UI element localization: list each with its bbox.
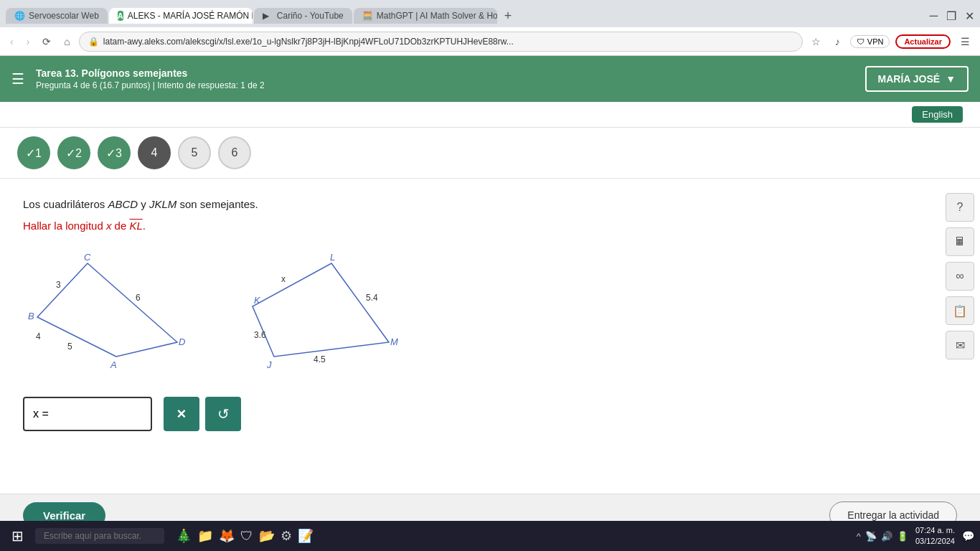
tab-aleks[interactable]: A ALEKS - MARÍA JOSÉ RAMÓN M... ✕ xyxy=(109,8,253,24)
main-content: ? 🖩 ∞ 📋 ✉ Los cuadriláteros ABCD y JKLM … xyxy=(0,179,980,494)
label-K: K xyxy=(254,295,261,306)
taskbar-icon-2[interactable]: 📁 xyxy=(197,528,213,544)
taskbar-time: 07:24 a. m. xyxy=(915,525,955,536)
side-CD: 6 xyxy=(136,293,141,303)
hamburger-icon[interactable]: ☰ xyxy=(11,70,24,88)
question-button-5[interactable]: 5 xyxy=(178,136,211,169)
tab-servoescolar[interactable]: 🌐 Servoescolar Web xyxy=(6,8,108,24)
label-M: M xyxy=(390,336,398,347)
taskbar-icon-7[interactable]: 📝 xyxy=(298,528,314,544)
checkmark-1: ✓1 xyxy=(26,146,42,160)
taskbar-battery: 🔋 xyxy=(897,531,908,542)
question-button-4[interactable]: 4 xyxy=(138,136,171,169)
label-4: 4 xyxy=(151,146,158,159)
svg-abcd: C B A D 3 6 5 4 xyxy=(23,249,195,371)
question-button-2[interactable]: ✓2 xyxy=(57,136,90,169)
calculator-button[interactable]: 🖩 xyxy=(946,227,974,256)
side-LM: 5.4 xyxy=(366,293,378,303)
reset-button[interactable]: ↺ xyxy=(205,397,241,431)
tab-favicon-aleks: A xyxy=(118,11,123,21)
taskbar-icon-6[interactable]: ⚙ xyxy=(281,528,292,544)
tab-favicon-servoescolar: 🌐 xyxy=(14,11,24,21)
taskbar-icon-5[interactable]: 📂 xyxy=(259,528,275,544)
taskbar-network: 📡 xyxy=(865,531,877,542)
taskbar: ⊞ 🎄 📁 🦊 🛡 📂 ⚙ 📝 ^ 📡 🔊 🔋 07:24 a. m. 03/1… xyxy=(0,521,980,551)
label-A: A xyxy=(110,359,117,370)
taskbar-date: 03/12/2024 xyxy=(915,536,955,547)
user-menu-button[interactable]: MARÍA JOSÉ ▼ xyxy=(865,66,969,92)
quad1-name: ABCD xyxy=(108,198,138,210)
nav-right: ☆ ♪ 🛡 VPN Actualizar ☰ xyxy=(807,33,974,50)
clear-button[interactable]: × xyxy=(164,397,199,431)
tab-label-youtube: Cariño - YouTube xyxy=(277,11,344,21)
update-button[interactable]: Actualizar xyxy=(895,34,951,49)
side-AB: 5 xyxy=(67,342,72,352)
diagram-jklm: K L J M x 5.4 4.5 3.6 xyxy=(238,249,418,374)
home-button[interactable]: ⌂ xyxy=(60,33,74,50)
checkmark-3: ✓3 xyxy=(106,146,122,160)
tab-youtube[interactable]: ▶ Cariño - YouTube xyxy=(254,8,352,24)
menu-button[interactable]: ☰ xyxy=(956,33,974,50)
bookmark-button[interactable]: ☆ xyxy=(807,33,825,50)
question-nav: ✓1 ✓2 ✓3 4 5 6 xyxy=(0,128,980,179)
x-input[interactable] xyxy=(55,408,141,420)
vpn-label: VPN xyxy=(867,37,884,46)
answer-area: x = × ↺ xyxy=(23,388,957,440)
header-info: Tarea 13. Polígonos semejantes Pregunta … xyxy=(36,67,865,90)
tab-favicon-youtube: ▶ xyxy=(263,11,273,21)
forward-button[interactable]: › xyxy=(22,33,34,50)
address-bar[interactable]: 🔒 latam-awy.aleks.com/alekscgi/x/lsl.exe… xyxy=(79,32,803,52)
x-input-container: x = xyxy=(23,397,152,431)
taskbar-icon-1[interactable]: 🎄 xyxy=(176,528,192,544)
question-button-3[interactable]: ✓3 xyxy=(98,136,131,169)
side-BC: 3 xyxy=(56,280,61,290)
label-6: 6 xyxy=(232,146,238,159)
mail-button[interactable]: ✉ xyxy=(946,331,974,359)
taskbar-icon-3[interactable]: 🦊 xyxy=(219,528,235,544)
side-DA: 4 xyxy=(36,331,41,342)
restore-button[interactable]: ❐ xyxy=(946,9,956,23)
question-button-6[interactable]: 6 xyxy=(218,136,251,169)
refresh-button[interactable]: ⟳ xyxy=(38,33,55,50)
checkmark-2: ✓2 xyxy=(66,146,82,160)
label-L: L xyxy=(330,252,335,263)
tab-controls: ─ ❐ ✕ xyxy=(930,9,974,23)
start-button[interactable]: ⊞ xyxy=(6,524,29,547)
close-button[interactable]: ✕ xyxy=(965,9,974,23)
problem-text: Los cuadriláteros ABCD y JKLM son semeja… xyxy=(23,196,957,235)
diagram-abcd: C B A D 3 6 5 4 xyxy=(23,249,195,374)
label-B: B xyxy=(28,311,34,321)
label-C: C xyxy=(84,252,91,263)
language-button[interactable]: English xyxy=(912,106,963,123)
music-button[interactable]: ♪ xyxy=(831,33,844,50)
tab-mathgpt[interactable]: 🧮 MathGPT | AI Math Solver & Homew... xyxy=(354,8,497,24)
new-tab-button[interactable]: + xyxy=(499,9,518,24)
taskbar-apps: 🎄 📁 🦊 🛡 📂 ⚙ 📝 xyxy=(176,528,314,544)
quad2-name: JKLM xyxy=(149,198,176,210)
question-button-1[interactable]: ✓1 xyxy=(17,136,50,169)
side-JK: 3.6 xyxy=(254,330,266,340)
label-5: 5 xyxy=(192,146,198,159)
taskbar-sys-icons: ^ 📡 🔊 🔋 xyxy=(857,531,908,542)
label-D: D xyxy=(179,336,185,347)
taskbar-sound: 🔊 xyxy=(881,531,892,542)
taskbar-icon-4[interactable]: 🛡 xyxy=(240,529,253,544)
svg-marker-1 xyxy=(253,263,389,357)
vpn-badge: 🛡 VPN xyxy=(850,35,890,48)
back-button[interactable]: ‹ xyxy=(6,33,18,50)
vpn-icon: 🛡 xyxy=(857,37,864,46)
user-name: MARÍA JOSÉ xyxy=(878,73,941,85)
page: 🌐 Servoescolar Web A ALEKS - MARÍA JOSÉ … xyxy=(0,0,980,551)
help-button[interactable]: ? xyxy=(946,193,974,222)
chevron-down-icon: ▼ xyxy=(946,73,956,85)
taskbar-chevron[interactable]: ^ xyxy=(857,531,861,542)
taskbar-search[interactable] xyxy=(35,528,164,544)
nav-bar: ‹ › ⟳ ⌂ 🔒 latam-awy.aleks.com/alekscgi/x… xyxy=(0,27,980,56)
notes-button[interactable]: 📋 xyxy=(946,296,974,325)
app-header: ☰ Tarea 13. Polígonos semejantes Pregunt… xyxy=(0,56,980,102)
taskbar-notification[interactable]: 💬 xyxy=(962,530,974,542)
tab-favicon-mathgpt: 🧮 xyxy=(362,11,372,21)
infinity-button[interactable]: ∞ xyxy=(946,262,974,291)
diagrams-area: C B A D 3 6 5 4 K L xyxy=(23,249,957,374)
minimize-button[interactable]: ─ xyxy=(930,9,938,22)
